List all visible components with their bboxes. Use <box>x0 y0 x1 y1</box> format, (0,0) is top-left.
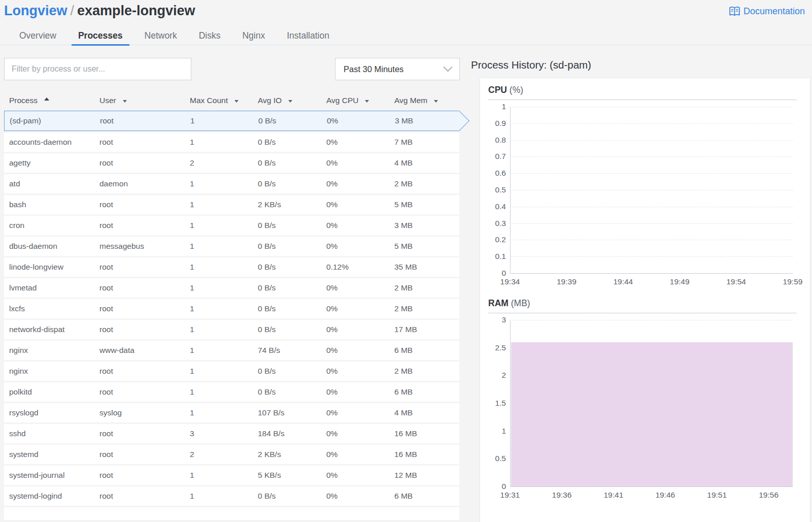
ram-x-tick: 19:56 <box>759 491 779 500</box>
table-row-linode-longview[interactable]: linode-longview root 1 0 B/s 0.12% 35 MB <box>4 257 459 277</box>
divider <box>488 100 797 100</box>
table-row-dbus-daemon[interactable]: dbus-daemon messagebus 1 0 B/s 0% 5 MB <box>4 237 459 256</box>
ram-area-series <box>511 342 793 486</box>
table-row-bash[interactable]: bash root 1 2 KB/s 0% 5 MB <box>4 195 459 214</box>
cpu-y-tick: 1 <box>501 102 506 111</box>
column-header-max-count[interactable]: Max Count <box>190 96 258 105</box>
cpu-chart-title: CPU <box>488 85 507 95</box>
table-row-rsyslogd[interactable]: rsyslogd syslog 1 107 B/s 0% 4 MB <box>4 403 459 422</box>
table-row-systemd[interactable]: systemd root 2 2 KB/s 0% 16 MB <box>4 445 459 464</box>
cpu-y-tick: 0.6 <box>495 169 506 178</box>
documentation-link[interactable]: Documentation <box>728 6 805 17</box>
table-row-lvmetad[interactable]: lvmetad root 1 0 B/s 0% 2 MB <box>4 278 459 298</box>
table-row-accounts-daemon[interactable]: accounts-daemon root 1 0 B/s 0% 7 MB <box>4 133 459 152</box>
table-row-networkd-dispat[interactable]: networkd-dispat root 1 0 B/s 0% 17 MB <box>4 320 459 339</box>
divider <box>488 313 797 313</box>
tab-installation[interactable]: Installation <box>280 27 336 45</box>
ram-x-axis: 19:31 19:36 19:41 19:46 19:51 19:56 <box>510 487 793 502</box>
book-icon <box>728 6 741 17</box>
ram-x-tick: 19:31 <box>500 491 520 500</box>
ram-chart-unit: (MB) <box>511 298 530 308</box>
ram-chart: RAM (MB) 3 2.5 2 1.5 1 0.5 0 1 <box>488 298 797 502</box>
table-row-clipped[interactable] <box>4 507 459 520</box>
ram-x-tick: 19:41 <box>603 491 623 500</box>
table-row-polkitd[interactable]: polkitd root 1 0 B/s 0% 6 MB <box>4 382 459 402</box>
page-title: example-longview <box>77 3 195 18</box>
tab-nginx[interactable]: Nginx <box>235 27 272 45</box>
column-header-process[interactable]: Process <box>9 96 99 105</box>
chevron-down-icon <box>443 62 452 72</box>
cpu-chart-unit: (%) <box>510 85 523 95</box>
sort-icon <box>365 99 369 103</box>
ram-chart-title: RAM <box>488 298 509 308</box>
process-table: Process User Max Count Avg IO Avg CPU Av… <box>4 94 459 520</box>
cpu-x-tick: 19:34 <box>500 277 520 286</box>
cpu-x-tick: 19:59 <box>783 277 803 286</box>
table-row-sshd[interactable]: sshd root 3 184 B/s 0% 16 MB <box>4 424 459 443</box>
ram-y-tick: 2 <box>501 371 506 380</box>
cpu-x-tick: 19:49 <box>670 277 690 286</box>
process-history-title: Process History: (sd-pam) <box>471 59 812 71</box>
table-row-sd-pam[interactable]: (sd-pam) root 1 0 B/s 0% 3 MB <box>4 111 459 131</box>
ram-x-tick: 19:51 <box>707 491 727 500</box>
cpu-y-tick: 0.2 <box>495 235 506 244</box>
cpu-y-tick: 0.8 <box>495 136 506 145</box>
table-row-systemd-logind[interactable]: systemd-logind root 1 0 B/s 0% 6 MB <box>4 486 459 506</box>
process-filter-input[interactable] <box>4 58 191 80</box>
column-header-user[interactable]: User <box>99 96 190 105</box>
cpu-y-tick: 0 <box>501 269 506 278</box>
column-header-avg-io[interactable]: Avg IO <box>258 96 326 105</box>
cpu-x-tick: 19:44 <box>613 277 633 286</box>
documentation-label: Documentation <box>743 6 805 17</box>
table-row-agetty[interactable]: agetty root 2 0 B/s 0% 4 MB <box>4 153 459 173</box>
table-row-systemd-journal[interactable]: systemd-journal root 1 5 KB/s 0% 12 MB <box>4 466 459 485</box>
sort-icon <box>123 99 127 103</box>
breadcrumb-longview-link[interactable]: Longview <box>4 3 67 18</box>
ram-y-tick: 2.5 <box>495 343 506 352</box>
tab-network[interactable]: Network <box>138 27 184 45</box>
table-row-cron[interactable]: cron root 1 0 B/s 0% 3 MB <box>4 216 459 235</box>
sort-icon <box>434 99 438 103</box>
time-range-value: Past 30 Minutes <box>344 64 403 74</box>
column-header-avg-cpu[interactable]: Avg CPU <box>326 96 394 105</box>
cpu-y-tick: 0.5 <box>495 185 506 194</box>
ram-y-tick: 1.5 <box>495 399 506 408</box>
sort-asc-icon <box>44 97 49 101</box>
table-row-nginx-root[interactable]: nginx root 1 0 B/s 0% 2 MB <box>4 362 459 381</box>
cpu-chart: CPU (%) 1 0.9 0.8 0.7 0.6 0.5 <box>488 85 797 289</box>
tab-bar: Overview Processes Network Disks Nginx I… <box>0 27 812 45</box>
ram-y-tick: 1 <box>501 427 506 436</box>
process-history-panel: Process History: (sd-pam) CPU (%) 1 <box>471 59 812 522</box>
cpu-y-tick: 0.9 <box>495 119 506 128</box>
table-row-nginx-www-data[interactable]: nginx www-data 1 74 B/s 0% 6 MB <box>4 341 459 360</box>
cpu-y-tick: 0.1 <box>495 252 506 261</box>
ram-plot-area: 3 2.5 2 1.5 1 0.5 0 <box>510 320 793 487</box>
cpu-y-tick: 0.7 <box>495 152 506 161</box>
breadcrumb: Longview/example-longview <box>4 3 195 19</box>
cpu-x-axis: 19:34 19:39 19:44 19:49 19:54 19:59 <box>510 274 793 289</box>
tab-processes[interactable]: Processes <box>72 27 129 45</box>
tab-overview[interactable]: Overview <box>13 27 63 45</box>
table-row-lxcfs[interactable]: lxcfs root 1 0 B/s 0% 2 MB <box>4 299 459 318</box>
tab-disks[interactable]: Disks <box>192 27 227 45</box>
cpu-plot-area: 1 0.9 0.8 0.7 0.6 0.5 0.4 0.3 0.2 0.1 0 <box>510 107 793 274</box>
cpu-x-tick: 19:54 <box>726 277 746 286</box>
column-header-avg-mem[interactable]: Avg Mem <box>394 96 459 105</box>
ram-x-tick: 19:46 <box>655 491 675 500</box>
sort-icon <box>234 99 239 103</box>
time-range-select[interactable]: Past 30 Minutes <box>335 58 460 80</box>
process-history-chart-card: CPU (%) 1 0.9 0.8 0.7 0.6 0.5 <box>480 78 810 522</box>
table-row-atd[interactable]: atd daemon 1 0 B/s 0% 2 MB <box>4 174 459 193</box>
ram-y-tick: 0 <box>501 482 506 491</box>
cpu-x-tick: 19:39 <box>557 277 577 286</box>
cpu-y-tick: 0.4 <box>495 202 506 211</box>
ram-x-tick: 19:36 <box>552 491 572 500</box>
sort-icon <box>288 99 292 103</box>
cpu-y-tick: 0.3 <box>495 219 506 228</box>
ram-y-tick: 0.5 <box>495 454 506 463</box>
table-header: Process User Max Count Avg IO Avg CPU Av… <box>4 94 459 107</box>
ram-y-tick: 3 <box>501 315 506 324</box>
breadcrumb-separator: / <box>67 3 78 18</box>
